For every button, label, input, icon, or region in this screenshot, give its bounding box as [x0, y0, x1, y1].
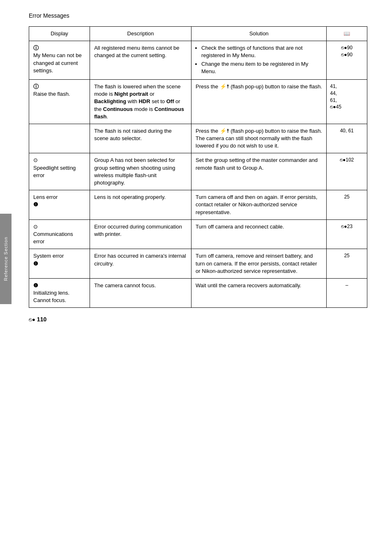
description-cell: All registered menu items cannot be chan…	[90, 41, 191, 80]
display-cell: ❶ Initializing lens. Cannot focus.	[29, 278, 90, 308]
book-icon: 📖	[344, 30, 350, 37]
display-text-line1: System error	[33, 253, 64, 259]
display-cell: ⓘ My Menu can not be changed at current …	[29, 41, 90, 80]
ref-text: 25	[344, 194, 349, 200]
warning-icon: ⊙	[33, 157, 38, 163]
ref-text: 40, 61	[340, 128, 353, 134]
solution-list: Check the settings of functions that are…	[196, 44, 322, 75]
table-row: Lens error ❶ Lens is not operating prope…	[29, 190, 367, 220]
description-cell: Lens is not operating properly.	[90, 190, 191, 220]
solution-text: Press the ⚡☨ (flash pop-up) button to ra…	[196, 128, 322, 149]
solution-text: Set the group setting of the master comm…	[196, 157, 318, 171]
table-row: ⓘ Raise the flash. The flash is lowered …	[29, 79, 367, 124]
description-cell: Group A has not been selected for group …	[90, 153, 191, 190]
ref-text: ⎋●23	[341, 224, 353, 229]
solution-cell: Check the settings of functions that are…	[191, 41, 327, 80]
warning-icon: ⊙	[33, 224, 38, 230]
bold-text: HDR	[138, 98, 150, 104]
error-icon: ❶	[33, 261, 38, 267]
description-cell: Error occurred during communication with…	[90, 219, 191, 249]
table-row: System error ❶ Error has occurred in cam…	[29, 249, 367, 279]
display-cell: System error ❶	[29, 249, 90, 279]
solution-text: Turn off camera, remove and reinsert bat…	[196, 253, 317, 274]
display-cell	[29, 124, 90, 153]
display-cell: ⊙ Communications error	[29, 219, 90, 249]
page-container: Reference Section Error Messages Display…	[0, 0, 392, 347]
display-text: My Menu can not be changed at current se…	[33, 52, 82, 73]
ref-cell: –	[327, 278, 367, 308]
bold-text: Night portrait	[114, 91, 148, 97]
solution-cell: Set the group setting of the master comm…	[191, 153, 327, 190]
header-solution: Solution	[191, 27, 327, 41]
ref-text: –	[346, 282, 348, 288]
description-text: The camera cannot focus.	[94, 282, 156, 288]
table-header-row: Display Description Solution 📖	[29, 27, 367, 41]
solution-cell: Turn off camera, remove and reinsert bat…	[191, 249, 327, 279]
error-icon: ❶	[33, 282, 38, 288]
description-cell: The flash is not raised during the scene…	[90, 124, 191, 153]
table-row: The flash is not raised during the scene…	[29, 124, 367, 153]
sidebar-label: Reference Section	[3, 237, 8, 281]
sidebar-tab: Reference Section	[0, 214, 12, 304]
ref-text: 41,44,61,⎋●45	[330, 83, 341, 110]
ref-text: ⎋●102	[340, 157, 354, 163]
error-messages-table: Display Description Solution 📖 ⓘ My Menu…	[29, 26, 367, 308]
display-text-line1: Lens error	[33, 194, 58, 200]
table-row: ❶ Initializing lens. Cannot focus. The c…	[29, 278, 367, 308]
list-item: Check the settings of functions that are…	[201, 44, 322, 59]
ref-cell: ⎋●102	[327, 153, 367, 190]
solution-cell: Wait until the camera recovers automatic…	[191, 278, 327, 308]
display-text: Raise the flash.	[33, 91, 70, 97]
solution-text: Press the ⚡☨ (flash pop-up) button to ra…	[196, 83, 322, 90]
description-text: The flash is not raised during the scene…	[94, 128, 172, 141]
info-icon: ⓘ	[33, 83, 39, 90]
ref-cell: 41,44,61,⎋●45	[327, 79, 367, 124]
description-cell: Error has occurred in camera's internal …	[90, 249, 191, 279]
table-row: ⓘ My Menu can not be changed at current …	[29, 41, 367, 80]
footer-ref-icon: ⎋●	[29, 316, 35, 323]
error-icon: ❶	[33, 201, 38, 208]
header-ref: 📖	[327, 27, 367, 41]
ref-cell: ⎋●90 ⎋●90	[327, 41, 367, 80]
ref-text: ⎋●90	[341, 52, 353, 58]
display-cell: Lens error ❶	[29, 190, 90, 220]
description-cell: The camera cannot focus.	[90, 278, 191, 308]
ref-text: 25	[344, 253, 349, 258]
display-text: Initializing lens. Cannot focus.	[33, 290, 69, 303]
display-cell: ⓘ Raise the flash.	[29, 79, 90, 124]
display-cell: ⊙ Speedlight setting error	[29, 153, 90, 190]
ref-cell: 40, 61	[327, 124, 367, 153]
display-text: Speedlight setting error	[33, 165, 76, 178]
ref-cell: 25	[327, 190, 367, 220]
display-text: Communications error	[33, 231, 73, 245]
list-item: Change the menu item to be registered in…	[201, 60, 322, 75]
solution-text: Wait until the camera recovers automatic…	[196, 282, 301, 288]
description-text: Error occurred during communication with…	[94, 224, 182, 237]
solution-cell: Press the ⚡☨ (flash pop-up) button to ra…	[191, 79, 327, 124]
solution-cell: Turn camera off and then on again. If er…	[191, 190, 327, 220]
solution-text: Turn off camera and reconnect cable.	[196, 224, 284, 230]
info-icon: ⓘ	[33, 45, 39, 51]
solution-text: Turn camera off and then on again. If er…	[196, 194, 317, 215]
description-text: Group A has not been selected for group …	[94, 157, 175, 186]
description-text: All registered menu items cannot be chan…	[94, 45, 179, 58]
solution-cell: Turn off camera and reconnect cable.	[191, 219, 327, 249]
description-cell: The flash is lowered when the scene mode…	[90, 79, 191, 124]
bold-text: Off	[166, 98, 174, 104]
solution-cell: Press the ⚡☨ (flash pop-up) button to ra…	[191, 124, 327, 153]
description-text: Error has occurred in camera's internal …	[94, 253, 186, 266]
page-number: 110	[37, 316, 46, 323]
bold-text: Continuous	[103, 106, 133, 112]
table-row: ⊙ Communications error Error occurred du…	[29, 219, 367, 249]
footer: ⎋● 110	[29, 316, 367, 323]
ref-cell: 25	[327, 249, 367, 279]
description-text: Lens is not operating properly.	[94, 194, 166, 200]
page-title: Error Messages	[29, 12, 367, 19]
header-description: Description	[90, 27, 191, 41]
table-row: ⊙ Speedlight setting error Group A has n…	[29, 153, 367, 190]
ref-text: ⎋●90	[341, 45, 353, 51]
bold-text: Backlighting	[94, 98, 126, 104]
header-display: Display	[29, 27, 90, 41]
ref-cell: ⎋●23	[327, 219, 367, 249]
